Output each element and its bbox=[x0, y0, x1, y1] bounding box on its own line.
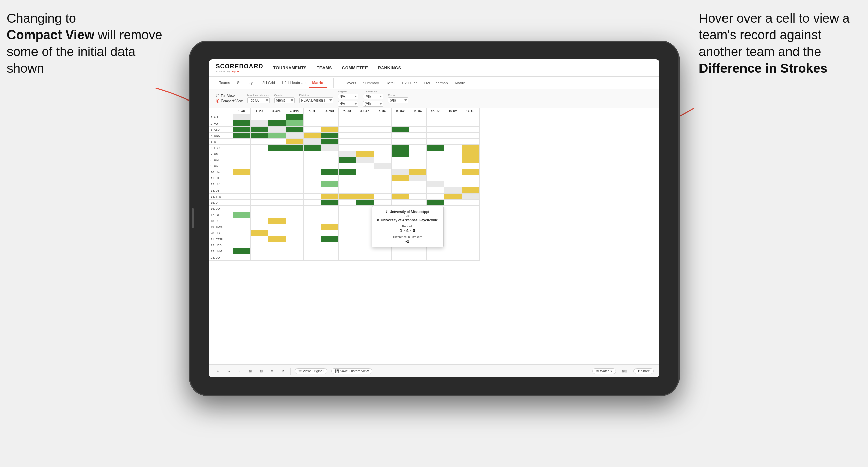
matrix-cell[interactable] bbox=[250, 224, 268, 230]
matrix-cell[interactable] bbox=[356, 187, 374, 194]
matrix-cell[interactable] bbox=[303, 200, 321, 206]
matrix-cell[interactable] bbox=[268, 169, 286, 175]
matrix-cell[interactable] bbox=[462, 248, 479, 254]
matrix-cell[interactable] bbox=[286, 169, 303, 175]
matrix-cell[interactable] bbox=[391, 120, 409, 127]
matrix-cell[interactable] bbox=[338, 163, 356, 169]
tool-btn-4[interactable]: ⊕ bbox=[269, 368, 275, 374]
matrix-cell[interactable] bbox=[356, 163, 374, 169]
matrix-cell[interactable] bbox=[233, 248, 250, 254]
matrix-cell[interactable] bbox=[374, 200, 391, 206]
matrix-cell[interactable] bbox=[391, 169, 409, 175]
matrix-cell[interactable] bbox=[303, 242, 321, 248]
matrix-cell[interactable] bbox=[250, 133, 268, 139]
matrix-cell[interactable] bbox=[374, 181, 391, 187]
matrix-cell[interactable] bbox=[374, 114, 391, 120]
matrix-cell[interactable] bbox=[233, 194, 250, 200]
matrix-cell[interactable] bbox=[338, 206, 356, 212]
matrix-cell[interactable] bbox=[356, 175, 374, 181]
matrix-cell[interactable] bbox=[233, 181, 250, 187]
matrix-cell[interactable] bbox=[391, 248, 409, 254]
gender-select[interactable]: Men's bbox=[274, 97, 295, 103]
matrix-cell[interactable] bbox=[250, 218, 268, 224]
matrix-cell[interactable] bbox=[268, 181, 286, 187]
matrix-cell[interactable] bbox=[409, 157, 426, 163]
matrix-cell[interactable] bbox=[338, 181, 356, 187]
matrix-cell[interactable] bbox=[286, 254, 303, 261]
matrix-cell[interactable] bbox=[233, 114, 250, 120]
matrix-cell[interactable] bbox=[338, 114, 356, 120]
matrix-cell[interactable] bbox=[233, 200, 250, 206]
matrix-cell[interactable] bbox=[338, 139, 356, 145]
matrix-cell[interactable] bbox=[444, 139, 462, 145]
sub-tab-h2h-heatmap[interactable]: H2H Heatmap bbox=[279, 78, 309, 88]
matrix-cell[interactable] bbox=[303, 218, 321, 224]
matrix-cell[interactable] bbox=[462, 218, 479, 224]
matrix-cell[interactable] bbox=[426, 175, 444, 181]
matrix-cell[interactable] bbox=[286, 157, 303, 163]
matrix-cell[interactable] bbox=[356, 157, 374, 163]
matrix-cell[interactable] bbox=[462, 163, 479, 169]
matrix-cell[interactable] bbox=[444, 127, 462, 133]
matrix-cell[interactable] bbox=[268, 200, 286, 206]
matrix-cell[interactable] bbox=[391, 200, 409, 206]
watch-btn[interactable]: 👁 Watch ▾ bbox=[592, 368, 616, 374]
matrix-cell[interactable] bbox=[321, 212, 338, 218]
matrix-cell[interactable] bbox=[233, 151, 250, 157]
matrix-cell[interactable] bbox=[233, 224, 250, 230]
matrix-cell[interactable] bbox=[444, 212, 462, 218]
matrix-cell[interactable] bbox=[250, 139, 268, 145]
matrix-cell[interactable] bbox=[286, 242, 303, 248]
matrix-cell[interactable] bbox=[356, 114, 374, 120]
matrix-cell[interactable] bbox=[444, 120, 462, 127]
matrix-cell[interactable] bbox=[286, 114, 303, 120]
matrix-cell[interactable] bbox=[268, 157, 286, 163]
matrix-cell[interactable] bbox=[250, 127, 268, 133]
matrix-cell[interactable] bbox=[374, 127, 391, 133]
matrix-cell[interactable] bbox=[338, 157, 356, 163]
matrix-cell[interactable] bbox=[268, 254, 286, 261]
matrix-cell[interactable] bbox=[303, 248, 321, 254]
matrix-cell[interactable] bbox=[374, 248, 391, 254]
matrix-cell[interactable] bbox=[233, 145, 250, 151]
matrix-cell[interactable] bbox=[356, 145, 374, 151]
matrix-cell[interactable] bbox=[374, 163, 391, 169]
matrix-cell[interactable] bbox=[338, 236, 356, 242]
matrix-cell[interactable] bbox=[444, 175, 462, 181]
matrix-cell[interactable] bbox=[268, 206, 286, 212]
matrix-cell[interactable] bbox=[268, 120, 286, 127]
save-custom-btn[interactable]: 💾 Save Custom View bbox=[331, 368, 372, 374]
matrix-cell[interactable] bbox=[268, 242, 286, 248]
matrix-cell[interactable] bbox=[286, 175, 303, 181]
matrix-cell[interactable] bbox=[409, 114, 426, 120]
matrix-cell[interactable] bbox=[356, 242, 374, 248]
matrix-cell[interactable] bbox=[409, 175, 426, 181]
matrix-cell[interactable] bbox=[338, 242, 356, 248]
matrix-cell[interactable] bbox=[268, 145, 286, 151]
matrix-cell[interactable] bbox=[356, 236, 374, 242]
matrix-cell[interactable] bbox=[321, 163, 338, 169]
matrix-cell[interactable] bbox=[233, 206, 250, 212]
matrix-cell[interactable] bbox=[426, 157, 444, 163]
matrix-cell[interactable] bbox=[426, 133, 444, 139]
undo-btn[interactable]: ↩ bbox=[215, 368, 221, 374]
matrix-cell[interactable] bbox=[286, 181, 303, 187]
matrix-cell[interactable] bbox=[462, 120, 479, 127]
matrix-cell[interactable] bbox=[303, 224, 321, 230]
matrix-cell[interactable] bbox=[286, 218, 303, 224]
matrix-cell[interactable] bbox=[462, 127, 479, 133]
sub-tab-players[interactable]: Players bbox=[340, 78, 360, 88]
matrix-cell[interactable] bbox=[444, 248, 462, 254]
matrix-cell[interactable] bbox=[338, 169, 356, 175]
matrix-cell[interactable] bbox=[303, 151, 321, 157]
matrix-cell[interactable] bbox=[286, 145, 303, 151]
matrix-cell[interactable] bbox=[303, 163, 321, 169]
matrix-cell[interactable] bbox=[356, 181, 374, 187]
matrix-cell[interactable] bbox=[409, 120, 426, 127]
matrix-cell[interactable] bbox=[444, 200, 462, 206]
matrix-cell[interactable] bbox=[462, 206, 479, 212]
matrix-cell[interactable] bbox=[356, 230, 374, 236]
matrix-cell[interactable] bbox=[233, 127, 250, 133]
matrix-cell[interactable] bbox=[338, 151, 356, 157]
matrix-cell[interactable] bbox=[321, 200, 338, 206]
